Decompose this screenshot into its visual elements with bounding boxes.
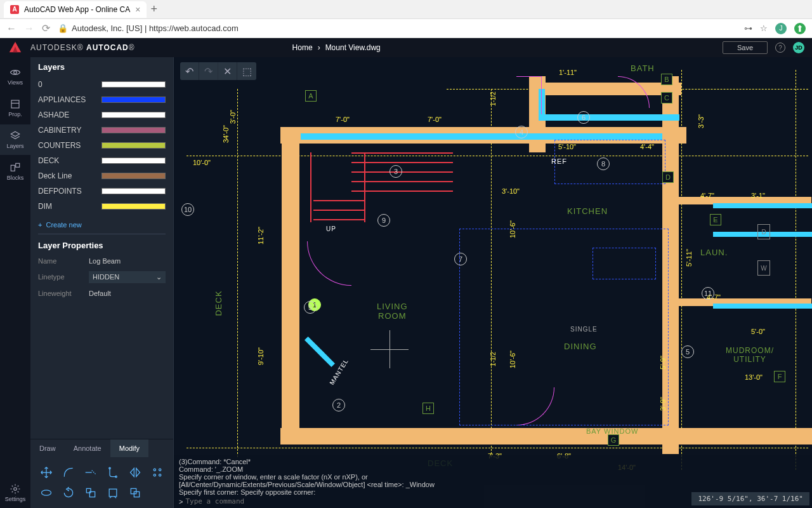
create-layer-button[interactable]: +Create new [30,216,173,234]
dim-3-0: 3'-0" [229,110,237,124]
tab-draw[interactable]: Draw [30,439,65,457]
hex-g: G [608,434,619,446]
dim-10-6b: 10'-6" [509,351,516,368]
help-icon[interactable]: ? [775,43,785,53]
tool-move[interactable] [37,464,56,481]
layer-item[interactable]: 0 [30,77,173,92]
rail-settings[interactable]: Settings [0,478,30,508]
svg-point-8 [109,467,111,469]
label-dining: DINING [564,342,597,351]
svg-rect-15 [86,488,91,493]
tab-annotate[interactable]: Annotate [65,439,110,457]
profile-badge[interactable]: J [775,23,787,34]
select-window-icon[interactable]: ⬚ [237,62,256,80]
redo-icon[interactable]: ↷ [199,62,218,80]
prop-lineweight-value[interactable]: Default [89,290,166,297]
tool-rotate[interactable] [59,484,79,502]
callout-3: 3 [390,165,402,178]
label-up: UP [326,225,336,232]
tool-stretch[interactable] [37,484,56,502]
rail-blocks[interactable]: Blocks [0,156,30,187]
layer-item[interactable]: DECK [30,153,173,168]
tool-scale[interactable] [81,484,101,502]
callout-2: 2 [332,399,345,411]
rail-properties[interactable]: Prop. [0,93,30,123]
layers-list[interactable]: 0APPLIANCESASHADECABINETRYCOUNTERSDECKDe… [30,77,173,216]
crumb-home[interactable]: Home [292,43,313,52]
tool-array[interactable] [147,464,167,481]
snap-icon[interactable]: ✕ [218,62,237,80]
forward-icon: → [24,23,34,34]
dim-5-0: 5'-0" [751,328,765,335]
tool-explode[interactable] [103,484,123,502]
dim-34-0: 34'-0" [222,125,230,143]
svg-rect-1 [11,100,19,108]
dim-4-7a: 4'-7" [700,192,714,199]
undo-icon[interactable]: ↶ [180,62,199,80]
svg-rect-19 [134,491,139,497]
back-icon[interactable]: ← [6,23,16,34]
svg-rect-17 [109,489,117,497]
prop-name-value[interactable]: Log Beam [89,257,166,265]
label-living: LIVING ROOM [377,302,408,321]
browser-tab[interactable]: A AutoCAD Web App - Online CA × [4,1,147,18]
hex-a: A [305,90,317,102]
breadcrumb[interactable]: Home › Mount View.dwg [292,43,381,52]
star-icon[interactable]: ☆ [760,23,768,33]
layer-item[interactable]: CABINETRY [30,123,173,138]
prop-linetype-select[interactable]: HIDDEN⌄ [89,271,166,283]
dim-3-9: 3'-9" [659,397,667,411]
hex-e: E [710,214,721,225]
avatar[interactable]: JD [793,42,804,53]
callout-11: 11 [702,287,714,300]
layer-item[interactable]: APPLIANCES [30,92,173,107]
crumb-file[interactable]: Mount View.dwg [325,43,381,52]
key-icon[interactable]: ⊶ [744,23,752,33]
save-button[interactable]: Save [723,41,768,54]
dim-3-3: 3'-3" [697,114,705,128]
dim-10-0: 10'-0" [193,159,211,166]
drawing-canvas[interactable]: DECK BATH KITCHEN LIVING ROOM DINING LAU… [174,57,812,508]
tab-title: AutoCAD Web App - Online CA [24,5,130,14]
label-bath: BATH [631,64,655,73]
hex-b: B [661,74,672,85]
close-tab-icon[interactable]: × [135,4,140,15]
url-text[interactable]: Autodesk, Inc. [US] | https://web.autoca… [72,23,239,33]
rail-layers[interactable]: Layers [0,124,30,155]
hex-h: H [422,403,434,414]
new-tab-button[interactable]: + [150,3,157,16]
hex-d: D [662,171,674,183]
callout-9: 9 [377,214,390,227]
layer-item[interactable]: Deck Line [30,168,173,184]
tool-copy[interactable] [125,484,145,502]
dim-1-11: 1'-11" [559,69,577,76]
layer-item[interactable]: DIM [30,199,173,214]
extension-icon[interactable]: ⬆ [794,23,806,34]
tool-mirror[interactable] [125,464,145,481]
tab-modify[interactable]: Modify [110,439,148,457]
reload-icon[interactable]: ⟳ [42,22,50,34]
prop-lineweight-label: Lineweight [38,290,89,297]
dim-10-6a: 10'-6" [509,220,516,238]
svg-point-12 [154,474,155,476]
svg-rect-4 [16,163,20,167]
label-kitchen: KITCHEN [567,206,608,216]
canvas-nav-toolbar: ↶ ↷ ✕ ⬚ [180,62,256,80]
callout-10: 10 [181,203,194,216]
dim-5-11: 5'-11" [685,249,693,267]
svg-point-5 [14,488,17,491]
layer-item[interactable]: DEFPOINTS [30,184,173,199]
autocad-favicon: A [10,5,19,14]
layer-item[interactable]: ASHADE [30,107,173,123]
prop-name-label: Name [38,257,89,265]
label-ref: REF [551,157,567,165]
tool-offset[interactable] [103,464,123,481]
svg-point-13 [159,474,160,476]
layer-item[interactable]: COUNTERS [30,138,173,153]
command-prompt: > [179,498,183,505]
callout-8: 8 [597,157,610,170]
svg-rect-18 [131,488,136,493]
tool-arc[interactable] [59,464,79,481]
tool-trim[interactable] [81,464,101,481]
rail-views[interactable]: Views [0,61,30,91]
